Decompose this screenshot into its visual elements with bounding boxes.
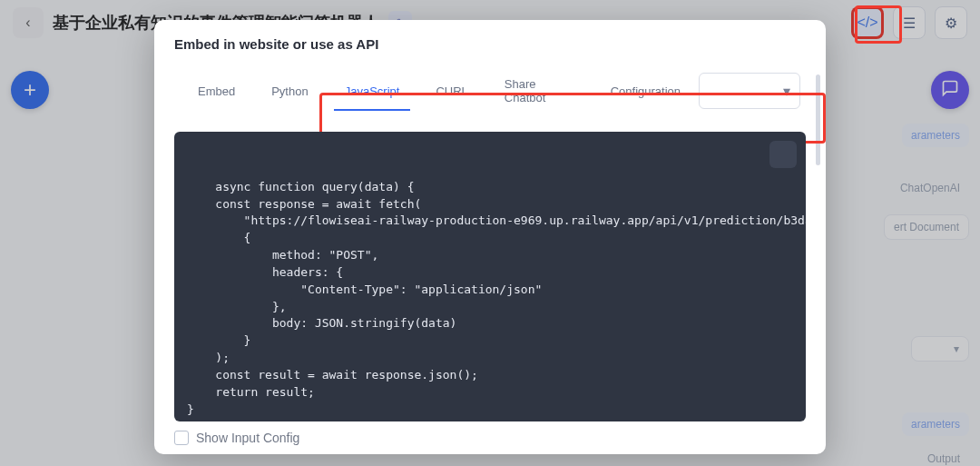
copy-icon (748, 132, 806, 182)
embed-api-modal: Embed in website or use as API Embed Pyt… (154, 20, 826, 454)
tab-share-chatbot[interactable]: Share Chatbot (486, 64, 593, 117)
show-input-config-row[interactable]: Show Input Config (174, 431, 806, 445)
tab-curl[interactable]: CURL (417, 72, 485, 111)
tab-configuration[interactable]: Configuration (593, 72, 699, 111)
code-snippet-box[interactable]: async function query(data) { const respo… (174, 132, 806, 421)
copy-code-button[interactable] (769, 141, 797, 168)
modal-tabs-row: Embed Python JavaScript CURL Share Chatb… (174, 64, 806, 117)
tab-javascript[interactable]: JavaScript (327, 72, 418, 111)
show-input-config-label: Show Input Config (196, 431, 299, 445)
chevron-down-icon: ▾ (783, 83, 790, 100)
modal-title: Embed in website or use as API (174, 36, 806, 52)
credential-select[interactable]: ▾ (699, 73, 800, 109)
modal-scrollbar[interactable] (816, 74, 820, 165)
tab-embed[interactable]: Embed (180, 72, 253, 111)
show-input-config-checkbox[interactable] (174, 431, 189, 445)
code-text: async function query(data) { const respo… (187, 180, 806, 421)
tab-python[interactable]: Python (253, 72, 326, 111)
